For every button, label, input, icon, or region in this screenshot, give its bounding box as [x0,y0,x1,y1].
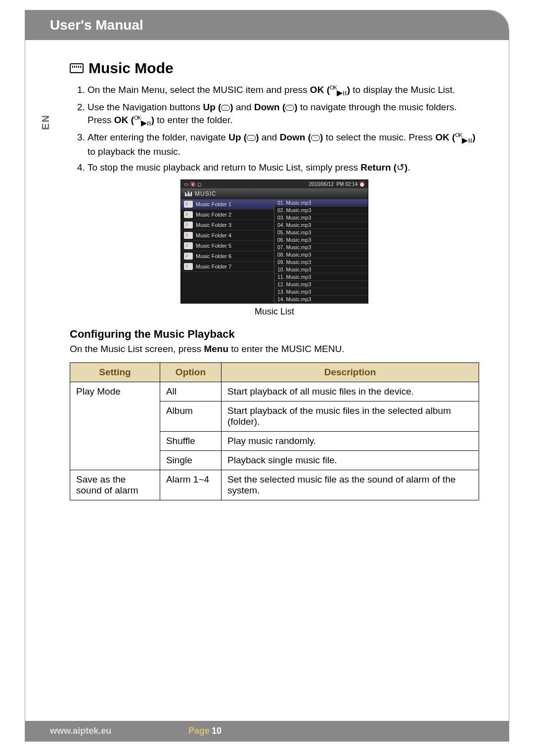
header-band: User's Manual [25,10,509,40]
file-row: 09. Music.mp3 [274,259,368,266]
file-row: 03. Music.mp3 [274,214,368,222]
section-title: Music Mode [70,60,479,77]
file-row: 13. Music.mp3 [274,288,368,296]
file-row: 14. Music.mp3 [274,296,368,303]
file-row: 02. Music.mp3 [274,207,368,214]
manual-page: User's Manual EN Music Mode On the Main … [25,10,509,742]
file-row: 08. Music.mp3 [274,251,368,259]
step-2: Use the Navigation buttons Up (︿) and Do… [88,101,479,128]
file-row: 05. Music.mp3 [274,229,368,236]
file-row: 01. Music.mp3 [274,199,368,207]
up-icon: ︿ [247,135,256,141]
folder-label: Music Folder 5 [196,243,231,249]
folder-icon [184,222,193,228]
file-row: 07. Music.mp3 [274,244,368,251]
screenshot-caption: Music List [70,307,479,317]
return-icon: ↺ [397,162,404,173]
language-tab: EN [40,114,51,130]
device-status-bar: ▭ 🔇 ◻ 2010/06/12 PM 02:14 ⏰ [181,180,368,188]
ok-icon: OK [330,85,337,90]
status-icons: ▭ 🔇 ◻ [184,181,201,187]
folder-label: Music Folder 7 [196,264,231,269]
config-lead: On the Music List screen, press Menu to … [70,344,479,355]
down-icon: ﹀ [311,135,320,141]
file-row: 06. Music.mp3 [274,236,368,244]
file-row: 12. Music.mp3 [274,281,368,288]
header-title: User's Manual [50,17,143,33]
table-header-row: Setting Option Description [70,363,479,382]
folder-icon [184,242,193,249]
folder-icon [184,211,193,218]
music-mode-icon [70,63,84,73]
equalizer-icon [185,191,192,196]
section-title-text: Music Mode [89,60,174,77]
folder-icon [184,263,193,270]
footer-page-label: Page [188,726,210,736]
footer-url: www.aiptek.eu [50,726,188,736]
col-setting: Setting [70,363,160,382]
device-screen: ▭ 🔇 ◻ 2010/06/12 PM 02:14 ⏰ MUSIC Music … [180,179,368,304]
folder-icon [184,232,193,239]
folder-icon [184,201,193,208]
config-heading: Configuring the Music Playback [70,328,479,341]
col-option: Option [160,363,221,382]
ok-icon: OK [455,132,462,138]
table-row: Save as the sound of alarm Alarm 1~4 Set… [70,470,479,500]
footer-page-number: 10 [212,726,222,736]
folder-label: Music Folder 1 [196,201,231,207]
table-row: Play Mode All Start playback of all musi… [70,382,479,401]
settings-table: Setting Option Description Play Mode All… [70,362,479,500]
folder-row: Music Folder 7 [181,262,274,272]
folder-row: Music Folder 5 [181,241,274,251]
folder-label: Music Folder 3 [196,222,231,228]
file-row: 04. Music.mp3 [274,222,368,229]
footer-band: www.aiptek.eu Page 10 [25,721,509,741]
device-mode-label: MUSIC [181,188,368,199]
file-row: 10. Music.mp3 [274,266,368,273]
down-icon: ﹀ [285,105,294,111]
folder-row: Music Folder 1 [181,199,274,210]
instruction-list: On the Main Menu, select the MUSIC item … [88,84,479,174]
col-description: Description [221,363,479,382]
folder-row: Music Folder 4 [181,230,274,241]
device-body: Music Folder 1Music Folder 2Music Folder… [181,199,368,303]
folder-icon [184,253,193,260]
file-list: 01. Music.mp302. Music.mp303. Music.mp30… [274,199,368,303]
folder-list: Music Folder 1Music Folder 2Music Folder… [181,199,274,303]
step-4: To stop the music playback and return to… [88,161,479,174]
file-row: 11. Music.mp3 [274,273,368,281]
folder-label: Music Folder 4 [196,232,231,238]
folder-row: Music Folder 6 [181,251,274,262]
folder-row: Music Folder 3 [181,220,274,230]
step-1: On the Main Menu, select the MUSIC item … [88,84,479,98]
up-icon: ︿ [221,105,230,111]
step-3: After entering the folder, navigate Up (… [88,131,479,158]
folder-row: Music Folder 2 [181,210,274,220]
folder-label: Music Folder 2 [196,212,231,218]
folder-label: Music Folder 6 [196,253,231,259]
content-area: Music Mode On the Main Menu, select the … [25,40,509,500]
ok-icon: OK [134,114,141,120]
device-screenshot: ▭ 🔇 ◻ 2010/06/12 PM 02:14 ⏰ MUSIC Music … [70,179,479,317]
